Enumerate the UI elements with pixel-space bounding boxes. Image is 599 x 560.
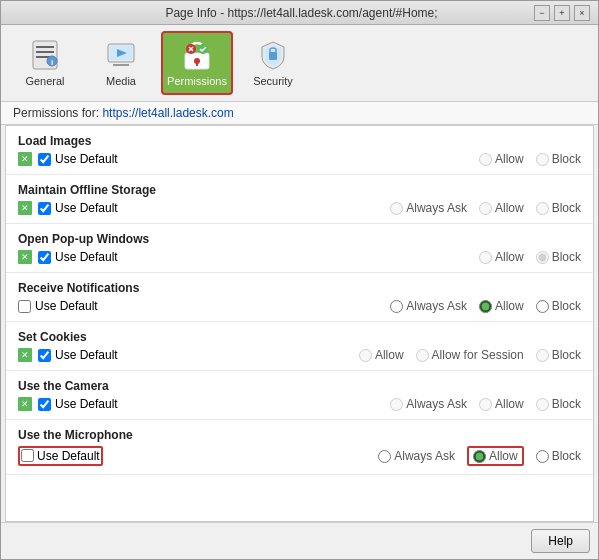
use-default-cookies: ✕ Use Default — [18, 348, 118, 362]
content-area: Load Images ✕ Use Default Allow Block — [5, 125, 594, 522]
radio-always-ask-label-microphone: Always Ask — [394, 449, 455, 463]
permission-controls-load-images: ✕ Use Default Allow Block — [18, 152, 581, 166]
tab-security-label: Security — [253, 75, 293, 87]
permission-controls-microphone: Use Default Always Ask Allow Block — [18, 446, 581, 466]
use-default-microphone: Use Default — [18, 446, 103, 466]
permission-title-microphone: Use the Microphone — [18, 428, 581, 442]
use-default-notifications: Use Default — [18, 299, 98, 313]
tab-media[interactable]: Media — [85, 31, 157, 95]
svg-rect-1 — [36, 46, 54, 48]
radio-block-input-notifications[interactable] — [536, 300, 549, 313]
radio-allow-popup-windows: Allow — [479, 250, 524, 264]
radio-allow-input-camera[interactable] — [479, 398, 492, 411]
radio-group-camera: Always Ask Allow Block — [390, 397, 581, 411]
radio-block-input-popup-windows[interactable] — [536, 251, 549, 264]
radio-block-microphone: Block — [536, 449, 581, 463]
use-default-label-notifications: Use Default — [35, 299, 98, 313]
window: Page Info - https://let4all.ladesk.com/a… — [0, 0, 599, 560]
permissions-url[interactable]: https://let4all.ladesk.com — [102, 106, 233, 120]
radio-always-ask-notifications: Always Ask — [390, 299, 467, 313]
radio-allow-input-load-images[interactable] — [479, 153, 492, 166]
maximize-button[interactable]: + — [554, 5, 570, 21]
permissions-for-bar: Permissions for: https://let4all.ladesk.… — [1, 102, 598, 125]
permission-controls-popup-windows: ✕ Use Default Allow Block — [18, 250, 581, 264]
radio-block-cookies: Block — [536, 348, 581, 362]
radio-block-label-notifications: Block — [552, 299, 581, 313]
radio-allow-input-cookies[interactable] — [359, 349, 372, 362]
radio-allow-input-popup-windows[interactable] — [479, 251, 492, 264]
permissions-icon — [181, 39, 213, 71]
use-default-checkbox-camera[interactable] — [38, 398, 51, 411]
radio-always-ask-input-offline-storage[interactable] — [390, 202, 403, 215]
radio-allow-camera: Allow — [479, 397, 524, 411]
use-default-checkbox-popup-windows[interactable] — [38, 251, 51, 264]
tab-permissions[interactable]: Permissions — [161, 31, 233, 95]
use-default-checkbox-notifications[interactable] — [18, 300, 31, 313]
use-default-checkbox-microphone[interactable] — [21, 449, 34, 462]
minimize-button[interactable]: − — [534, 5, 550, 21]
radio-allow-label-camera: Allow — [495, 397, 524, 411]
radio-block-input-cookies[interactable] — [536, 349, 549, 362]
radio-always-ask-input-camera[interactable] — [390, 398, 403, 411]
radio-block-load-images: Block — [536, 152, 581, 166]
close-button[interactable]: × — [574, 5, 590, 21]
radio-always-ask-input-microphone[interactable] — [378, 450, 391, 463]
radio-allow-session-input-cookies[interactable] — [416, 349, 429, 362]
use-default-checkbox-offline-storage[interactable] — [38, 202, 51, 215]
radio-always-ask-microphone: Always Ask — [378, 449, 455, 463]
footer: Help — [1, 522, 598, 559]
use-default-checkbox-load-images[interactable] — [38, 153, 51, 166]
svg-rect-2 — [36, 51, 54, 53]
help-button[interactable]: Help — [531, 529, 590, 553]
permission-title-offline-storage: Maintain Offline Storage — [18, 183, 581, 197]
radio-allow-input-offline-storage[interactable] — [479, 202, 492, 215]
use-default-icon-camera: ✕ — [18, 397, 32, 411]
use-default-icon-popup-windows: ✕ — [18, 250, 32, 264]
use-default-label-load-images: Use Default — [55, 152, 118, 166]
radio-block-input-camera[interactable] — [536, 398, 549, 411]
permission-row-load-images: Load Images ✕ Use Default Allow Block — [6, 126, 593, 175]
permission-row-notifications: Receive Notifications Use Default Always… — [6, 273, 593, 322]
radio-block-input-load-images[interactable] — [536, 153, 549, 166]
svg-rect-17 — [269, 52, 277, 60]
use-default-label-cookies: Use Default — [55, 348, 118, 362]
radio-allow-input-notifications[interactable] — [479, 300, 492, 313]
permission-title-cookies: Set Cookies — [18, 330, 581, 344]
general-icon: i — [29, 39, 61, 71]
radio-block-input-microphone[interactable] — [536, 450, 549, 463]
radio-always-ask-input-notifications[interactable] — [390, 300, 403, 313]
radio-allow-offline-storage: Allow — [479, 201, 524, 215]
radio-block-label-load-images: Block — [552, 152, 581, 166]
radio-always-ask-label-camera: Always Ask — [406, 397, 467, 411]
use-default-label-microphone: Use Default — [37, 449, 100, 463]
radio-allow-session-label-cookies: Allow for Session — [432, 348, 524, 362]
radio-block-offline-storage: Block — [536, 201, 581, 215]
tab-permissions-label: Permissions — [167, 75, 227, 87]
permission-controls-notifications: Use Default Always Ask Allow Block — [18, 299, 581, 313]
radio-block-camera: Block — [536, 397, 581, 411]
tab-security[interactable]: Security — [237, 31, 309, 95]
permission-row-offline-storage: Maintain Offline Storage ✕ Use Default A… — [6, 175, 593, 224]
radio-allow-session-cookies: Allow for Session — [416, 348, 524, 362]
use-default-checkbox-cookies[interactable] — [38, 349, 51, 362]
radio-group-offline-storage: Always Ask Allow Block — [390, 201, 581, 215]
tab-media-label: Media — [106, 75, 136, 87]
radio-block-input-offline-storage[interactable] — [536, 202, 549, 215]
radio-block-label-cookies: Block — [552, 348, 581, 362]
titlebar: Page Info - https://let4all.ladesk.com/a… — [1, 1, 598, 25]
permission-row-popup-windows: Open Pop-up Windows ✕ Use Default Allow … — [6, 224, 593, 273]
use-default-label-camera: Use Default — [55, 397, 118, 411]
radio-allow-input-microphone[interactable] — [473, 450, 486, 463]
radio-allow-label-notifications: Allow — [495, 299, 524, 313]
use-default-label-offline-storage: Use Default — [55, 201, 118, 215]
tab-general[interactable]: i General — [9, 31, 81, 95]
svg-text:i: i — [51, 58, 53, 67]
radio-always-ask-offline-storage: Always Ask — [390, 201, 467, 215]
radio-block-label-popup-windows: Block — [552, 250, 581, 264]
permission-row-camera: Use the Camera ✕ Use Default Always Ask … — [6, 371, 593, 420]
permission-controls-offline-storage: ✕ Use Default Always Ask Allow — [18, 201, 581, 215]
use-default-icon-offline-storage: ✕ — [18, 201, 32, 215]
svg-rect-9 — [113, 64, 129, 66]
radio-allow-microphone: Allow — [467, 446, 524, 466]
radio-allow-label-popup-windows: Allow — [495, 250, 524, 264]
